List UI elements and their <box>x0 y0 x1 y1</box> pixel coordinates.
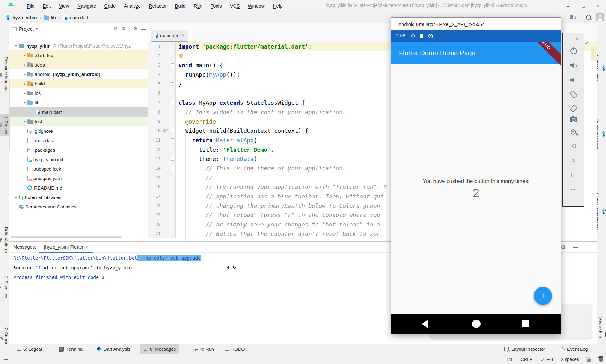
fold-marker[interactable] <box>171 138 174 142</box>
menu-code[interactable]: Code <box>100 3 120 9</box>
tree-expand-arrow[interactable]: ▾ <box>13 44 19 48</box>
hide-panel-icon[interactable]: — <box>573 244 578 250</box>
tool-strip-flutter-performance[interactable]: Flutter Performance <box>598 191 606 232</box>
tree-item-ios[interactable]: ▸ios <box>9 88 148 98</box>
tree-item--gitignore[interactable]: .gitignore <box>9 126 148 136</box>
tree-item-test[interactable]: ▸test <box>9 117 148 126</box>
tree-item-main-dart[interactable]: main.dart <box>9 107 148 117</box>
maximize-button[interactable]: □ <box>576 0 591 11</box>
emu-volume-up-button[interactable] <box>569 62 577 69</box>
breadcrumb-item-lib[interactable]: lib <box>44 15 56 20</box>
increment-fab-button[interactable]: + <box>534 287 552 305</box>
emu-volume-down-button[interactable] <box>569 76 577 84</box>
highlighting-level-icon[interactable] <box>599 358 603 362</box>
project-horizontal-scrollbar[interactable] <box>11 236 122 238</box>
menu-navigate[interactable]: Navigate <box>73 3 100 9</box>
profile-avatar[interactable] <box>596 13 604 21</box>
nav-home-button[interactable] <box>472 320 481 328</box>
tree-item-hyzp-yibin-iml[interactable]: hyzp_yibin.iml <box>9 155 148 164</box>
fold-marker[interactable] <box>171 101 174 104</box>
emulator-minimize-button[interactable]: – <box>568 37 571 42</box>
tool-tab-terminal[interactable]: Terminal <box>56 344 87 354</box>
chevron-down-icon[interactable]: ▾ <box>36 27 38 31</box>
emulator-title-bar[interactable]: Android Emulator - Pixel_2_API_29:5554 <box>391 18 561 30</box>
nav-overview-button[interactable] <box>522 320 529 327</box>
tool-strip-flutter-inspector[interactable]: Flutter Inspector <box>598 117 606 151</box>
tab-flutter-console[interactable]: [hyzp_yibin] Flutter × <box>39 242 93 253</box>
minimize-button[interactable]: – <box>561 0 576 11</box>
tree-item-pubspec-yaml[interactable]: pubspec.yaml <box>9 173 148 183</box>
emu-rotate-right-button[interactable] <box>570 104 578 112</box>
tree-expand-arrow[interactable]: ▸ <box>22 91 27 95</box>
tool-strip-2-favorites[interactable]: 2: Favorites★ <box>0 274 9 300</box>
breadcrumb-item-hyzp_yibin[interactable]: hyzp_yibin <box>6 15 37 20</box>
gear-icon[interactable]: ⚙ <box>561 244 566 250</box>
tool-tab-4-run[interactable]: ▶4: Run <box>192 344 217 354</box>
emu-screenshot-button[interactable] <box>570 117 577 122</box>
hide-panel-icon[interactable]: — <box>141 26 146 32</box>
project-vertical-scrollbar[interactable] <box>9 79 10 151</box>
tool-strip-resource-manager[interactable]: Resource Manager <box>0 55 9 95</box>
tree-item--packages[interactable]: .packages <box>9 145 148 155</box>
tab-main-dart[interactable]: main.dart × <box>151 30 188 42</box>
status-item-utf-8[interactable]: UTF-8 <box>540 357 553 362</box>
tree-item-android[interactable]: ▸android[hyzp_yibin_android] <box>9 69 148 79</box>
menu-view[interactable]: View <box>55 3 73 9</box>
breadcrumb-item-main.dart[interactable]: main.dart <box>63 15 89 20</box>
tree-item-lib[interactable]: ▾lib <box>9 98 148 107</box>
tree-item-pubspec-lock[interactable]: pubspec.lock <box>9 164 148 173</box>
tool-tab-event-log[interactable]: Event Log <box>557 344 591 354</box>
tool-strip-1-project[interactable]: 1: Project <box>0 114 9 136</box>
menu-help[interactable]: Help <box>269 3 287 9</box>
tree-item--idea[interactable]: ▸.idea <box>9 60 148 69</box>
tree-item-readme-md[interactable]: README.md <box>9 183 148 192</box>
tree-expand-arrow[interactable]: ▸ <box>22 53 27 57</box>
tool-tab-dart-analysis[interactable]: Dart Analysis <box>94 344 134 354</box>
menu-build[interactable]: Build <box>171 3 189 9</box>
tree-expand-arrow[interactable]: ▸ <box>22 82 27 86</box>
menu-vcs[interactable]: VCS <box>226 3 244 9</box>
search-everywhere-icon[interactable] <box>586 15 591 20</box>
tree-expand-arrow[interactable]: ▸ <box>22 120 27 124</box>
emu-overview-button[interactable]: □ <box>569 171 577 179</box>
override-marker-icon[interactable] <box>163 129 166 132</box>
sdk-manager-icon[interactable] <box>570 15 577 20</box>
tool-window-switcher-icon[interactable] <box>4 357 8 361</box>
tree-item-scratches-and-consoles[interactable]: Scratches and Consoles <box>9 202 148 211</box>
tool-strip-flutter-outline[interactable]: Flutter Outline <box>598 53 606 84</box>
status-item-crlf[interactable]: CRLF <box>521 357 532 362</box>
fold-marker[interactable] <box>171 157 174 161</box>
menu-edit[interactable]: Edit <box>39 3 55 9</box>
tree-item--dart-tool[interactable]: ▸.dart_tool <box>9 50 148 60</box>
intention-bulb-icon[interactable] <box>179 53 183 57</box>
tool-tab-todo[interactable]: TODO <box>222 344 248 354</box>
tool-strip-build-variants[interactable]: Build Variants <box>0 225 9 255</box>
tool-tab-6-logcat[interactable]: 6: Logcat <box>14 344 45 354</box>
nav-back-button[interactable] <box>422 320 428 328</box>
tool-tab-0-messages[interactable]: 0: Messages <box>140 344 179 354</box>
locate-file-icon[interactable]: ⊕ <box>114 26 118 32</box>
fold-marker[interactable] <box>171 63 174 67</box>
status-item-1-1[interactable]: 1:1 <box>506 357 512 362</box>
emu-more-button[interactable]: ••• <box>569 186 577 193</box>
status-item-2-spaces[interactable]: 2 spaces <box>561 357 579 362</box>
tree-item-hyzp-yibin[interactable]: ▾hyzp_yibinR:\FlutterProject\FlutterProj… <box>9 41 148 50</box>
emu-power-button[interactable] <box>570 48 577 54</box>
menu-refactor[interactable]: Refactor <box>145 3 171 9</box>
tree-item--metadata[interactable]: .metadata <box>9 136 148 145</box>
close-button[interactable]: × <box>591 0 606 11</box>
tree-expand-arrow[interactable]: ▾ <box>22 101 27 105</box>
menu-run[interactable]: Run <box>190 3 207 9</box>
menu-window[interactable]: Window <box>244 3 269 9</box>
menu-analyze[interactable]: Analyze <box>120 3 145 9</box>
console-link[interactable]: R:\Flutter\FlutterSDK\flutter\bin\flutte… <box>13 255 137 261</box>
tree-expand-arrow[interactable]: ▸ <box>22 72 27 76</box>
menu-tools[interactable]: Tools <box>206 3 226 9</box>
lock-open-icon[interactable] <box>587 359 591 362</box>
tool-tab-layout-inspector[interactable]: Layout Inspector <box>501 344 548 354</box>
tree-expand-arrow[interactable]: ▸ <box>22 63 27 67</box>
project-panel-title[interactable]: Project <box>19 26 34 32</box>
fold-marker[interactable] <box>171 82 174 86</box>
tree-expand-arrow[interactable]: ▸ <box>13 195 19 199</box>
fold-marker[interactable] <box>171 167 174 170</box>
